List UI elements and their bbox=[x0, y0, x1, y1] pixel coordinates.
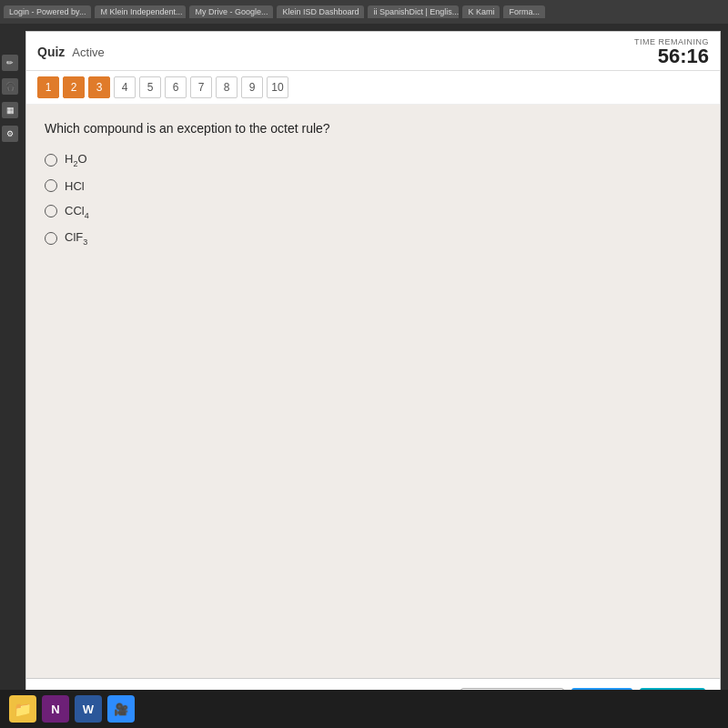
question-num-5[interactable]: 5 bbox=[139, 76, 161, 98]
pencil-icon[interactable]: ✏ bbox=[2, 55, 18, 71]
quiz-title-area: Quiz Active bbox=[37, 45, 105, 59]
quiz-topbar: Quiz Active TIME REMAINING 56:16 bbox=[26, 32, 720, 71]
tab-forma[interactable]: Forma... bbox=[503, 5, 545, 18]
option-text-b: HCl bbox=[65, 179, 85, 193]
quiz-card: Quiz Active TIME REMAINING 56:16 1 2 3 4… bbox=[25, 31, 721, 728]
question-num-1[interactable]: 1 bbox=[37, 76, 59, 98]
tab-dashboard[interactable]: Klein ISD Dashboard bbox=[277, 5, 364, 18]
question-numbers-row: 1 2 3 4 5 6 7 8 9 10 bbox=[26, 71, 720, 105]
answer-option-d[interactable]: ClF3 bbox=[45, 230, 702, 247]
browser-tab-bar: Login - Powered by... M Klein Independen… bbox=[0, 0, 728, 24]
tab-klein[interactable]: M Klein Independent... bbox=[95, 5, 186, 18]
tab-spanishdict[interactable]: ii SpanishDict | Englis... bbox=[368, 5, 459, 18]
timer-value: 56:16 bbox=[634, 46, 709, 66]
left-sidebar: ✏ 🎧 ▦ ⚙ bbox=[0, 55, 20, 142]
radio-a[interactable] bbox=[45, 154, 57, 167]
main-screen: ✏ 🎧 ▦ ⚙ Quiz Active TIME REMAINING 56:16… bbox=[0, 24, 728, 728]
radio-c[interactable] bbox=[45, 205, 57, 217]
question-num-8[interactable]: 8 bbox=[216, 76, 238, 98]
onenote-icon[interactable]: N bbox=[42, 695, 69, 723]
settings-icon[interactable]: ⚙ bbox=[2, 126, 18, 142]
zoom-icon[interactable]: 🎥 bbox=[107, 695, 135, 723]
answer-option-a[interactable]: H2O bbox=[45, 152, 702, 168]
answer-option-b[interactable]: HCl bbox=[45, 179, 702, 193]
question-text: Which compound is an exception to the oc… bbox=[45, 121, 702, 136]
radio-d[interactable] bbox=[45, 232, 57, 245]
question-num-10[interactable]: 10 bbox=[267, 76, 288, 98]
calculator-icon[interactable]: ▦ bbox=[2, 102, 18, 118]
answer-option-c[interactable]: CCl4 bbox=[45, 204, 702, 220]
question-num-9[interactable]: 9 bbox=[241, 76, 263, 98]
timer-area: TIME REMAINING 56:16 bbox=[634, 37, 709, 66]
quiz-status: Active bbox=[72, 46, 104, 59]
option-text-d: ClF3 bbox=[65, 230, 87, 247]
tab-kami[interactable]: K Kami bbox=[462, 5, 500, 18]
question-num-7[interactable]: 7 bbox=[190, 76, 212, 98]
quiz-label: Quiz bbox=[37, 45, 65, 59]
question-num-6[interactable]: 6 bbox=[165, 76, 187, 98]
word-icon[interactable]: W bbox=[75, 695, 102, 723]
option-text-a: H2O bbox=[65, 152, 87, 168]
question-num-2[interactable]: 2 bbox=[63, 76, 85, 98]
radio-b[interactable] bbox=[45, 179, 57, 192]
question-num-3[interactable]: 3 bbox=[88, 76, 110, 98]
question-num-4[interactable]: 4 bbox=[114, 76, 136, 98]
option-text-c: CCl4 bbox=[65, 204, 89, 220]
taskbar: 📁 N W 🎥 bbox=[0, 690, 728, 728]
headphone-icon[interactable]: 🎧 bbox=[2, 78, 18, 95]
tab-drive[interactable]: My Drive - Google... bbox=[189, 5, 273, 18]
file-explorer-icon[interactable]: 📁 bbox=[9, 695, 36, 723]
tab-login[interactable]: Login - Powered by... bbox=[4, 5, 91, 18]
question-content: Which compound is an exception to the oc… bbox=[26, 105, 720, 678]
